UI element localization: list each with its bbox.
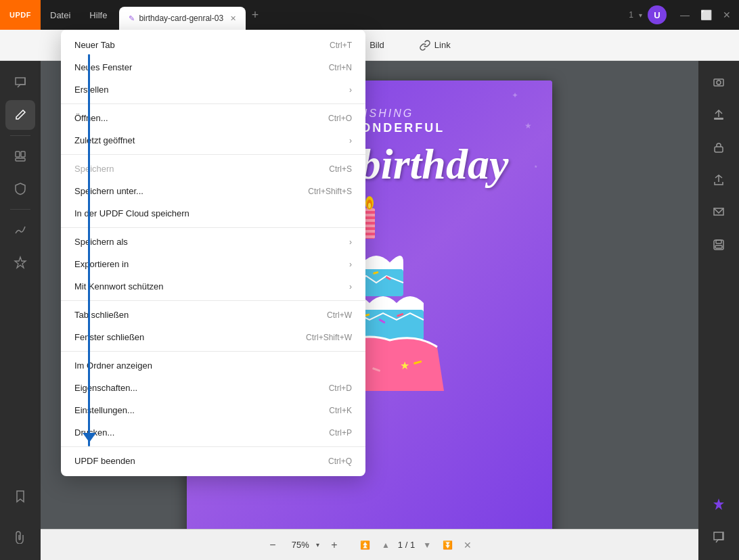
titlebar-right: 1 ▾ U — ⬜ ✕ xyxy=(629,5,739,24)
sidebar-icon-attachment[interactable] xyxy=(5,522,35,552)
titlebar: UPDF Datei Hilfe ✎ birthday-card-genral-… xyxy=(0,0,739,30)
sidebar-icon-snapshot[interactable] xyxy=(704,68,734,97)
bottom-toolbar: − 75% ▾ + ⏫ ▲ 1 / 1 ▼ ⏬ ✕ xyxy=(41,529,698,560)
menu-shortcut: Ctrl+Shift+S xyxy=(308,187,352,196)
page-first-button[interactable]: ⏫ xyxy=(357,537,374,553)
menu-item-neuer-tab[interactable]: Neuer TabCtrl+T xyxy=(61,34,365,56)
sidebar-icon-send[interactable] xyxy=(704,197,734,227)
sidebar-icon-chat[interactable] xyxy=(704,522,734,552)
menu-item-drucken[interactable]: Drucken...Ctrl+P xyxy=(61,421,365,444)
svg-rect-9 xyxy=(21,151,25,157)
menu-item-label: Fenster schließen xyxy=(74,332,144,342)
sidebar-icon-share[interactable] xyxy=(704,165,734,195)
zoom-in-button[interactable]: + xyxy=(325,536,344,555)
menu-item-neues-fenster[interactable]: Neues FensterCtrl+N xyxy=(61,56,365,78)
svg-point-18 xyxy=(368,203,371,208)
sidebar-icon-extract[interactable] xyxy=(704,100,734,130)
close-button[interactable]: ✕ xyxy=(723,9,731,20)
maximize-button[interactable]: ⬜ xyxy=(700,9,712,20)
menu-shortcut: Ctrl+Q xyxy=(328,457,352,466)
menu-arrow-icon: › xyxy=(349,237,352,247)
menu-item-label: Speichern unter... xyxy=(74,186,143,196)
menu-item-erstellen[interactable]: Erstellen› xyxy=(61,78,365,101)
menu-item-kennwort[interactable]: Mit Kennwort schützen› xyxy=(61,275,365,298)
menu-divider xyxy=(61,446,365,447)
link-tool-button[interactable]: Link xyxy=(410,36,460,55)
page-navigation: ⏫ ▲ 1 / 1 ▼ ⏬ ✕ xyxy=(357,537,476,553)
menu-item-fenster-schliessen[interactable]: Fenster schließenCtrl+Shift+W xyxy=(61,326,365,348)
page-count-badge: 1 xyxy=(629,10,633,20)
zoom-display: 75% ▾ xyxy=(288,540,319,550)
sidebar-icon-bookmark[interactable] xyxy=(5,482,35,511)
active-tab[interactable]: ✎ birthday-card-genral-03 ✕ xyxy=(119,7,246,30)
sidebar-icon-sign[interactable] xyxy=(5,215,35,245)
menu-arrow-icon: › xyxy=(349,282,352,291)
menu-shortcut: Ctrl+P xyxy=(329,428,352,438)
page-up-button[interactable]: ▲ xyxy=(378,537,394,553)
menu-item-ordner[interactable]: Im Ordner anzeigen xyxy=(61,354,365,377)
menu-item-label: Im Ordner anzeigen xyxy=(74,360,152,371)
menu-item-label: Exportieren in xyxy=(74,259,129,269)
tab-bar: ✎ birthday-card-genral-03 ✕ + xyxy=(119,0,265,30)
new-tab-button[interactable]: + xyxy=(246,5,265,24)
menu-item-label: Eigenschaften... xyxy=(74,383,137,393)
zoom-dropdown-arrow[interactable]: ▾ xyxy=(316,541,319,549)
menu-item-label: In der UPDF Cloud speichern xyxy=(74,208,189,218)
menu-divider xyxy=(61,351,365,352)
minimize-button[interactable]: — xyxy=(680,9,690,20)
page-down-button[interactable]: ▼ xyxy=(419,537,435,553)
menu-arrow-icon: › xyxy=(349,136,352,145)
menu-item-tab-schliessen[interactable]: Tab schließenCtrl+W xyxy=(61,304,365,326)
app-logo: UPDF xyxy=(0,0,41,30)
menu-item-cloud[interactable]: In der UPDF Cloud speichern xyxy=(61,202,365,225)
sidebar-icon-ai-right[interactable] xyxy=(704,490,734,519)
menu-item-einstellungen[interactable]: Einstellungen...Ctrl+K xyxy=(61,399,365,421)
menu-item-eigenschaften[interactable]: Eigenschaften...Ctrl+D xyxy=(61,377,365,399)
toolbar-close-button[interactable]: ✕ xyxy=(460,537,476,553)
sidebar-icon-organize[interactable] xyxy=(5,141,35,171)
sidebar-icon-protect[interactable] xyxy=(5,174,35,204)
menu-datei[interactable]: Datei xyxy=(41,0,80,30)
star-decoration: ✦ xyxy=(512,91,518,100)
sidebar-icon-ai[interactable] xyxy=(5,248,35,277)
star-decoration: ★ xyxy=(524,121,532,131)
user-avatar[interactable]: U xyxy=(648,5,667,24)
menu-shortcut: Ctrl+N xyxy=(329,63,352,72)
menu-shortcut: Ctrl+T xyxy=(330,41,352,50)
menu-divider xyxy=(61,227,365,228)
menu-item-label: Speichern xyxy=(74,164,114,174)
svg-rect-41 xyxy=(715,147,723,152)
menu-divider xyxy=(61,300,365,301)
zoom-value: 75% xyxy=(288,540,313,550)
sidebar-icon-edit[interactable] xyxy=(5,100,35,130)
menu-hilfe[interactable]: Hilfe xyxy=(80,0,116,30)
menu-item-speichern-als[interactable]: Speichern als› xyxy=(61,231,365,253)
menu-shortcut: Ctrl+D xyxy=(329,383,352,393)
menu-item-offnen[interactable]: Öffnen...Ctrl+O xyxy=(61,107,365,129)
svg-marker-11 xyxy=(15,257,26,268)
chevron-down-icon[interactable]: ▾ xyxy=(639,11,642,19)
page-last-button[interactable]: ⏬ xyxy=(439,537,455,553)
menu-item-zuletzt[interactable]: Zuletzt geöffnet› xyxy=(61,129,365,151)
menu-shortcut: Ctrl+S xyxy=(329,164,352,174)
menu-item-speichern-unter[interactable]: Speichern unter...Ctrl+Shift+S xyxy=(61,180,365,202)
svg-rect-40 xyxy=(714,118,723,120)
sidebar-icon-comment[interactable] xyxy=(5,68,35,97)
tab-title: birthday-card-genral-03 xyxy=(139,14,223,23)
svg-rect-13 xyxy=(364,208,375,239)
tab-doc-icon: ✎ xyxy=(129,14,135,23)
zoom-out-button[interactable]: − xyxy=(263,536,282,555)
menu-item-beenden[interactable]: UPDF beendenCtrl+Q xyxy=(61,450,365,472)
right-sidebar xyxy=(698,30,739,560)
sidebar-icon-lock[interactable] xyxy=(704,133,734,162)
star-decoration: ⋆ xyxy=(533,162,539,171)
menu-arrow-icon: › xyxy=(349,85,352,95)
menu-item-exportieren[interactable]: Exportieren in› xyxy=(61,253,365,275)
tab-close-icon[interactable]: ✕ xyxy=(230,14,236,23)
menu-shortcut: Ctrl+O xyxy=(328,114,352,123)
menu-item-label: Zuletzt geöffnet xyxy=(74,135,135,145)
window-controls: — ⬜ ✕ xyxy=(680,9,731,20)
menu-item-speichern: SpeichernCtrl+S xyxy=(61,158,365,180)
sidebar-icon-save[interactable] xyxy=(704,230,734,260)
sidebar-divider-1 xyxy=(10,135,30,136)
